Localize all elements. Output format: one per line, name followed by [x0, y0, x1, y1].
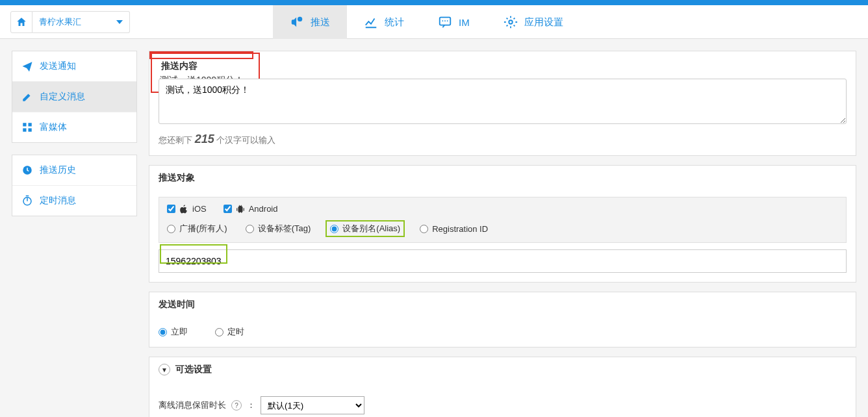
grid-icon [21, 121, 33, 133]
tab-im[interactable]: IM [421, 5, 487, 39]
sidebar-item-label: 推送历史 [40, 164, 76, 176]
radio-tag[interactable]: 设备标签(Tag) [246, 223, 311, 234]
tab-settings[interactable]: 应用设置 [487, 5, 580, 39]
platform-android[interactable]: Android [223, 204, 278, 214]
megaphone-icon [290, 15, 304, 29]
timer-icon [21, 195, 33, 207]
paper-plane-icon [21, 60, 33, 72]
push-content-input[interactable] [159, 79, 847, 124]
header-bar: 青柠水果汇 推送 统计 IM 应用设置 [0, 5, 868, 39]
chart-icon [364, 15, 378, 29]
push-target-card: 推送对象 iOS Android [149, 165, 856, 283]
tab-push-label: 推送 [311, 16, 330, 29]
svg-rect-9 [29, 129, 32, 132]
ttl-label: 离线消息保留时长 [159, 399, 226, 411]
apple-icon [179, 205, 188, 214]
sidebar: 发送通知 自定义消息 富媒体 推送历史 定时消息 [12, 51, 137, 216]
chat-icon [438, 15, 452, 29]
sidebar-item-label: 发送通知 [40, 60, 76, 72]
tab-stats-label: 统计 [385, 16, 404, 29]
main-content: 推送内容 测试，送1000积分！ 推送内容 您还剩下 215 个汉字可以输入 推… [149, 51, 856, 417]
tab-settings-label: 应用设置 [524, 16, 563, 29]
gear-icon [504, 15, 518, 29]
home-icon[interactable] [10, 11, 32, 33]
tab-stats[interactable]: 统计 [347, 5, 421, 39]
sidebar-item-label: 富媒体 [40, 121, 67, 133]
help-icon[interactable]: ? [231, 400, 242, 411]
svg-point-5 [509, 20, 513, 24]
radio-now[interactable]: 立即 [159, 326, 188, 338]
android-icon [236, 205, 245, 214]
svg-rect-8 [23, 129, 26, 132]
svg-point-0 [298, 17, 302, 21]
tab-im-label: IM [459, 17, 470, 28]
sidebar-item-send-notify[interactable]: 发送通知 [12, 51, 136, 81]
svg-point-2 [442, 20, 443, 21]
sidebar-item-scheduled[interactable]: 定时消息 [12, 185, 136, 216]
toggle-optional-button[interactable]: ▼ [159, 364, 170, 375]
sidebar-item-rich-media[interactable]: 富媒体 [12, 112, 136, 142]
sidebar-item-label: 定时消息 [40, 195, 76, 207]
push-content-card: 推送内容 测试，送1000积分！ 推送内容 您还剩下 215 个汉字可以输入 [149, 51, 856, 156]
radio-regid[interactable]: Registration ID [420, 224, 488, 234]
send-time-title: 发送时间 [149, 292, 856, 317]
push-target-title: 推送对象 [149, 166, 856, 190]
app-select[interactable]: 青柠水果汇 [32, 11, 130, 33]
alias-input[interactable] [159, 249, 847, 273]
platform-ios[interactable]: iOS [167, 204, 207, 214]
edit-icon [21, 91, 33, 103]
svg-rect-7 [29, 123, 32, 126]
svg-point-3 [444, 20, 446, 21]
clock-icon [21, 164, 33, 176]
tab-push[interactable]: 推送 [273, 5, 347, 39]
svg-point-4 [447, 20, 448, 21]
chevron-down-icon [116, 20, 123, 24]
ttl-select[interactable]: 默认(1天) [261, 396, 364, 414]
radio-broadcast[interactable]: 广播(所有人) [167, 223, 227, 234]
nav-tabs: 推送 统计 IM 应用设置 [273, 5, 580, 38]
sidebar-item-label: 自定义消息 [40, 91, 85, 103]
sidebar-item-custom-msg[interactable]: 自定义消息 [12, 81, 136, 112]
svg-rect-6 [23, 123, 26, 126]
radio-scheduled[interactable]: 定时 [215, 326, 244, 338]
send-time-card: 发送时间 立即 定时 [149, 292, 856, 348]
optional-settings-title: 可选设置 [175, 364, 212, 375]
sidebar-item-history[interactable]: 推送历史 [12, 155, 136, 185]
app-name-label: 青柠水果汇 [39, 16, 81, 28]
optional-settings-card: ▼ 可选设置 离线消息保留时长 ? ： 默认(1天) 附加字段： 键 值 [149, 357, 856, 417]
ios-checkbox[interactable] [167, 205, 175, 213]
android-checkbox[interactable] [223, 205, 232, 213]
app-switcher[interactable]: 青柠水果汇 [10, 5, 130, 38]
char-counter: 您还剩下 215 个汉字可以输入 [159, 133, 847, 146]
radio-alias[interactable]: 设备别名(Alias) [330, 223, 400, 234]
